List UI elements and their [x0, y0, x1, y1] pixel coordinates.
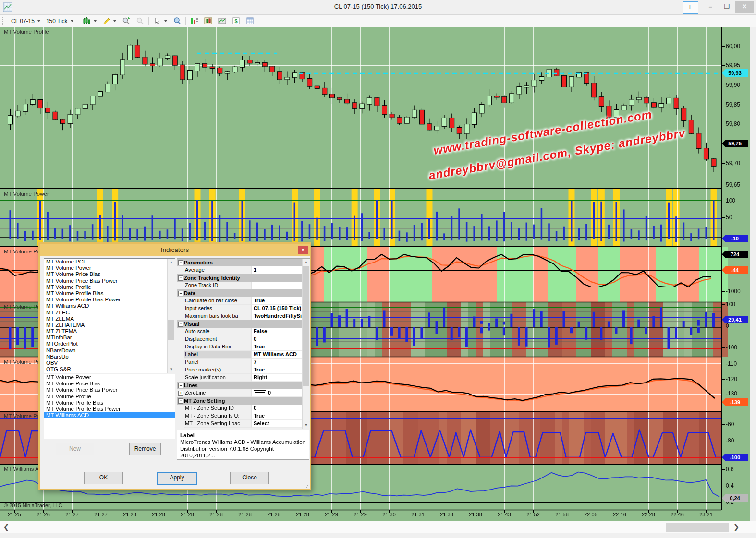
- scroll-right-arrow[interactable]: ❯: [732, 522, 741, 532]
- list-item[interactable]: NBarsUp: [44, 354, 175, 360]
- grid-property-row[interactable]: Price marker(s)True: [177, 366, 310, 374]
- list-item[interactable]: MT Volume Price Bias: [44, 381, 175, 387]
- cursor-button[interactable]: [150, 16, 170, 26]
- collapse-icon[interactable]: −: [178, 275, 183, 281]
- list-item[interactable]: MT Volume Profile: [44, 284, 175, 290]
- grid-property-row[interactable]: Display in Data BoxTrue: [177, 343, 310, 351]
- property-value[interactable]: True: [252, 297, 310, 305]
- property-value[interactable]: 0: [252, 389, 310, 397]
- scrollbar-thumb[interactable]: [168, 320, 174, 340]
- grid-property-row[interactable]: Maximum bars look baTwoHundredFiftySix: [177, 312, 310, 320]
- property-value[interactable]: [252, 282, 310, 289]
- property-value[interactable]: True: [252, 412, 310, 420]
- toolbar-grip[interactable]: [2, 17, 6, 25]
- zoom-in-button[interactable]: [119, 16, 133, 26]
- available-indicators-list[interactable]: MT Volume PCIMT Volume PowerMT Volume Pr…: [44, 258, 175, 373]
- scroll-left-arrow[interactable]: ❮: [2, 522, 11, 532]
- list-item[interactable]: MT ZLEC: [44, 310, 175, 316]
- grid-property-row[interactable]: Scale justificationRight: [177, 374, 310, 382]
- scroll-up-arrow[interactable]: ▲: [303, 259, 310, 266]
- grid-property-row[interactable]: MT - Zone Setting LoacSelect: [177, 420, 310, 428]
- grid-section-row[interactable]: −Parameters: [177, 259, 310, 266]
- horizontal-scrollbar[interactable]: ❮ ❯: [0, 521, 756, 533]
- close-button[interactable]: ✕: [735, 1, 754, 13]
- grid-section-row[interactable]: −MT Zone Setting: [177, 397, 310, 405]
- grid-property-row[interactable]: Average1: [177, 266, 310, 274]
- zoom-out-button[interactable]: [133, 16, 147, 26]
- grid-property-row[interactable]: Displacement0: [177, 335, 310, 343]
- list-item[interactable]: MT Williams ACD: [44, 412, 175, 418]
- grid-property-row[interactable]: Panel7: [177, 359, 310, 366]
- grid-property-row[interactable]: Input seriesCL 07-15 (150 Tick): [177, 305, 310, 312]
- list-item[interactable]: MT Volume Price Bias Power: [44, 387, 175, 393]
- grid-property-row[interactable]: +ZeroLine0: [177, 389, 310, 397]
- property-value[interactable]: TwoHundredFiftySix: [252, 312, 310, 320]
- property-value[interactable]: 0: [252, 335, 310, 343]
- property-value[interactable]: 7: [252, 359, 310, 366]
- collapse-icon[interactable]: −: [178, 322, 183, 327]
- property-value[interactable]: True: [252, 343, 310, 351]
- link-button[interactable]: L: [683, 1, 698, 14]
- data-zoom-button[interactable]: [170, 16, 184, 26]
- close-dialog-button[interactable]: Close: [230, 472, 269, 484]
- list-item[interactable]: MT ZLTEMA: [44, 328, 175, 335]
- list-item[interactable]: MT Volume Power: [44, 374, 175, 381]
- list-item[interactable]: MT Volume PCI: [44, 259, 175, 265]
- list-item[interactable]: MT Volume Profile: [44, 394, 175, 400]
- grid-section-row[interactable]: −Visual: [177, 320, 310, 328]
- property-value[interactable]: MT Williams ACD: [252, 351, 310, 359]
- property-value[interactable]: CL 07-15 (150 Tick): [252, 305, 310, 312]
- scrollbar-thumb[interactable]: [303, 266, 309, 386]
- available-list-scrollbar[interactable]: ▲ ▼: [167, 259, 175, 373]
- grid-property-row[interactable]: LabelMT Williams ACD: [177, 351, 310, 359]
- property-value[interactable]: True: [252, 366, 310, 374]
- scrollbar-thumb[interactable]: [666, 523, 729, 532]
- collapse-icon[interactable]: −: [178, 398, 183, 404]
- property-value[interactable]: 0: [252, 405, 310, 412]
- snapshot-button[interactable]: [215, 16, 229, 26]
- collapse-icon[interactable]: −: [178, 260, 183, 265]
- chart-style-button[interactable]: [80, 16, 99, 26]
- grid-section-row[interactable]: −Lines: [177, 382, 310, 389]
- collapse-icon[interactable]: −: [178, 383, 183, 388]
- grid-section-row[interactable]: −Zone Tracking Identity: [177, 274, 310, 282]
- list-item[interactable]: MTInfoBar: [44, 335, 175, 341]
- grid-section-row[interactable]: −Data: [177, 289, 310, 297]
- dialog-resize-grip[interactable]: [304, 483, 309, 488]
- list-item[interactable]: MT Volume Price Bias: [44, 271, 175, 277]
- maximize-button[interactable]: ❒: [719, 1, 735, 13]
- grid-scrollbar[interactable]: ▲ ▼: [302, 259, 310, 429]
- list-item[interactable]: MT ZLEMA: [44, 316, 175, 322]
- grid-property-row[interactable]: Calculate on bar closeTrue: [177, 297, 310, 305]
- property-value[interactable]: Select: [252, 420, 310, 428]
- account-button[interactable]: $: [229, 16, 243, 26]
- list-item[interactable]: OBV: [44, 360, 175, 366]
- applied-indicators-list[interactable]: MT Volume PowerMT Volume Price BiasMT Vo…: [44, 374, 175, 439]
- instrument-selector[interactable]: CL 07-15: [8, 17, 43, 25]
- scroll-up-arrow[interactable]: ▲: [168, 259, 175, 266]
- scroll-down-arrow[interactable]: ▼: [168, 366, 175, 373]
- list-item[interactable]: MT Volume Profile Bias: [44, 400, 175, 406]
- expand-icon[interactable]: +: [178, 391, 183, 396]
- chart-trader-button[interactable]: [201, 16, 215, 26]
- apply-button[interactable]: Apply: [157, 472, 197, 485]
- ok-button[interactable]: OK: [84, 472, 123, 484]
- minimize-button[interactable]: –: [702, 1, 719, 13]
- scroll-down-arrow[interactable]: ▼: [303, 421, 310, 429]
- list-item[interactable]: MT ZLHATEMA: [44, 322, 175, 328]
- grid-property-row[interactable]: Auto scaleFalse: [177, 328, 310, 335]
- list-item[interactable]: NBarsDown: [44, 347, 175, 354]
- list-item[interactable]: MT Volume Profile Bias Power: [44, 297, 175, 303]
- property-value[interactable]: False: [252, 328, 310, 335]
- list-item[interactable]: MT Volume Profile Bias: [44, 290, 175, 297]
- grid-property-row[interactable]: MT - Zone Setting ID0: [177, 405, 310, 412]
- interval-selector[interactable]: 150 Tick: [43, 17, 76, 25]
- new-button[interactable]: New: [56, 443, 94, 455]
- grid-property-row[interactable]: MT - Zone Setting Is U:True: [177, 412, 310, 420]
- property-grid[interactable]: −ParametersAverage1−Zone Tracking Identi…: [177, 258, 310, 429]
- list-item[interactable]: MT Volume Power: [44, 265, 175, 271]
- indicators-button[interactable]: [187, 16, 201, 26]
- data-grid-button[interactable]: [243, 16, 257, 26]
- list-item[interactable]: MT Volume Price Bias Power: [44, 278, 175, 284]
- draw-button[interactable]: [99, 16, 119, 26]
